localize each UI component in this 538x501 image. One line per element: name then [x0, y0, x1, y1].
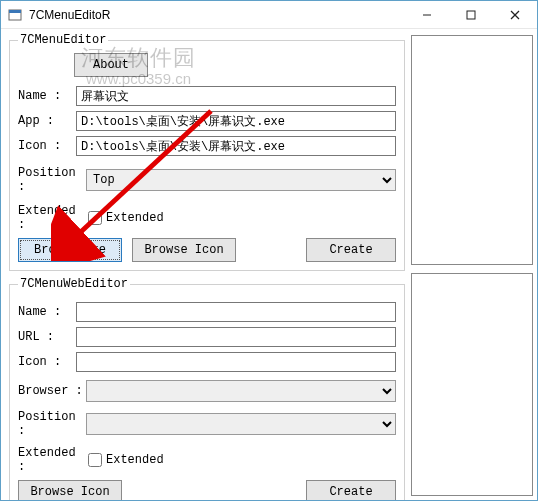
about-button[interactable]: About — [74, 53, 148, 77]
create-button[interactable]: Create — [306, 238, 396, 262]
extended-checkbox-web[interactable] — [88, 453, 102, 467]
minimize-button[interactable] — [405, 1, 449, 29]
icon-label-web: Icon : — [18, 355, 76, 369]
icon-input[interactable] — [76, 136, 396, 156]
browser-select[interactable] — [86, 380, 396, 402]
svg-rect-3 — [467, 11, 475, 19]
create-button-web[interactable]: Create — [306, 480, 396, 501]
preview-panel-top — [411, 35, 533, 265]
extended-label: Extended : — [18, 204, 86, 232]
browser-label: Browser : — [18, 384, 86, 398]
svg-rect-1 — [9, 10, 21, 13]
close-button[interactable] — [493, 1, 537, 29]
position-label-web: Position : — [18, 410, 86, 438]
app-icon — [7, 7, 23, 23]
window-title: 7CMenuEditoR — [29, 8, 405, 22]
group-menu-web-editor: 7CMenuWebEditor Name : URL : Icon : Brow… — [9, 277, 405, 501]
group-legend: 7CMenuEditor — [18, 33, 108, 47]
browse-icon-button[interactable]: Browse Icon — [132, 238, 236, 262]
position-label: Position : — [18, 166, 86, 194]
name-label-web: Name : — [18, 305, 76, 319]
extended-checkbox[interactable] — [88, 211, 102, 225]
icon-input-web[interactable] — [76, 352, 396, 372]
extended-cb-label: Extended — [106, 211, 164, 225]
name-input-web[interactable] — [76, 302, 396, 322]
app-input[interactable] — [76, 111, 396, 131]
extended-cb-label-web: Extended — [106, 453, 164, 467]
titlebar: 7CMenuEditoR — [1, 1, 537, 29]
group-legend-web: 7CMenuWebEditor — [18, 277, 130, 291]
app-label: App : — [18, 114, 76, 128]
icon-label: Icon : — [18, 139, 76, 153]
browse-icon-button-web[interactable]: Browse Icon — [18, 480, 122, 501]
window-controls — [405, 1, 537, 28]
url-input[interactable] — [76, 327, 396, 347]
name-label: Name : — [18, 89, 76, 103]
position-select[interactable]: Top — [86, 169, 396, 191]
preview-panel-bottom — [411, 273, 533, 496]
name-input[interactable] — [76, 86, 396, 106]
group-menu-editor: 7CMenuEditor About Name : App : Icon : P… — [9, 33, 405, 271]
browse-exe-button[interactable]: Browse Exe — [18, 238, 122, 262]
url-label: URL : — [18, 330, 76, 344]
maximize-button[interactable] — [449, 1, 493, 29]
extended-label-web: Extended : — [18, 446, 86, 474]
position-select-web[interactable] — [86, 413, 396, 435]
